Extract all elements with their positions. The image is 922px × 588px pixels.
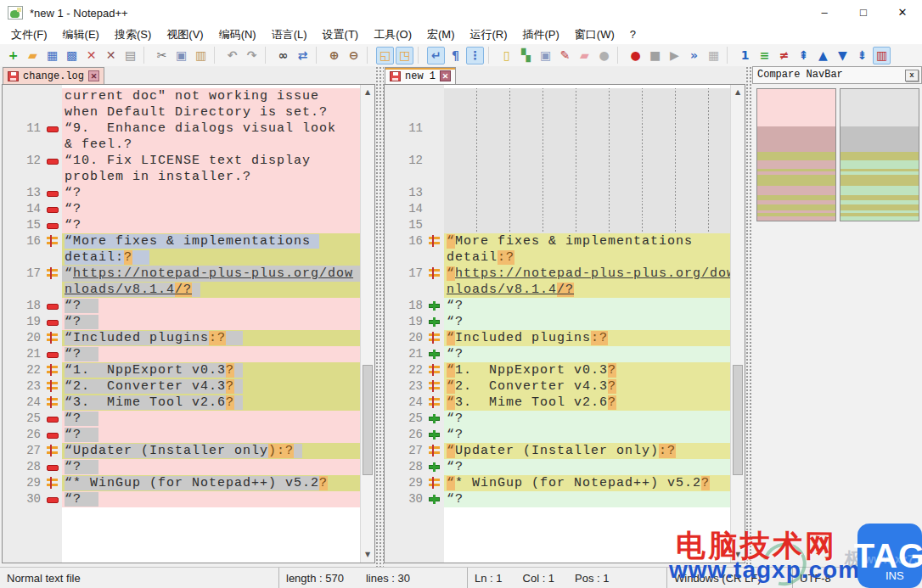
menu-item-6[interactable]: 设置(T) bbox=[315, 25, 367, 44]
code-text[interactable]: “? bbox=[444, 346, 730, 362]
save-all-icon[interactable]: ▩ bbox=[63, 47, 81, 64]
sync-vertical-scroll-icon[interactable]: ◱ bbox=[376, 47, 394, 64]
folder-as-workspace-icon[interactable]: ▰ bbox=[576, 47, 593, 64]
indent-guide-icon[interactable]: ⋮ bbox=[466, 47, 484, 64]
scrollbar-thumb[interactable] bbox=[363, 365, 373, 475]
code-text[interactable]: nloads/v8.1.4/? bbox=[444, 282, 730, 298]
left-editor-body[interactable]: current doc" not working issuewhen Defau… bbox=[2, 84, 375, 563]
code-text[interactable]: “? bbox=[62, 314, 360, 330]
code-text[interactable]: current doc" not working issue bbox=[62, 88, 360, 104]
code-text[interactable]: “1. NppExport v0.3? bbox=[444, 362, 730, 378]
menu-item-0[interactable]: 文件(F) bbox=[3, 25, 55, 44]
nav-next-diff-icon[interactable]: ▼ bbox=[834, 47, 852, 64]
copy-icon[interactable]: ▣ bbox=[172, 47, 190, 64]
menu-item-9[interactable]: 运行(R) bbox=[462, 25, 514, 44]
code-text[interactable]: “Included plugins:? bbox=[444, 330, 730, 346]
minimize-button[interactable]: – bbox=[805, 0, 844, 25]
tab-close-icon[interactable]: ✕ bbox=[88, 70, 99, 81]
code-text[interactable]: “9. Enhance dialogs visual look bbox=[62, 120, 360, 137]
dock-splitter[interactable] bbox=[745, 66, 752, 567]
tab-change-log[interactable]: change.log ✕ bbox=[3, 67, 104, 84]
menu-item-7[interactable]: 工具(O) bbox=[366, 25, 419, 44]
replace-icon[interactable]: ⇄ bbox=[294, 47, 312, 64]
compare-navbar-header[interactable]: Compare NavBar x bbox=[752, 66, 922, 84]
code-text[interactable]: “* WinGup (for Notepad++) v5.2? bbox=[444, 475, 730, 491]
code-text[interactable] bbox=[444, 88, 730, 104]
compare-icon[interactable]: ≡ bbox=[756, 47, 773, 64]
menu-item-5[interactable]: 语言(L) bbox=[264, 25, 315, 44]
code-text[interactable]: “? bbox=[62, 298, 360, 314]
compare-clear-icon[interactable]: ≠ bbox=[775, 47, 793, 64]
macro-play-icon[interactable]: ▶ bbox=[666, 47, 683, 64]
code-text[interactable] bbox=[444, 185, 730, 201]
new-file-icon[interactable]: + bbox=[4, 47, 22, 64]
macro-save-icon[interactable]: ▦ bbox=[705, 47, 722, 64]
nav-prev-diff-icon[interactable]: ▲ bbox=[814, 47, 832, 64]
code-text[interactable]: “? bbox=[444, 459, 730, 475]
compare-set-first-icon[interactable]: 1 bbox=[736, 47, 754, 64]
code-text[interactable]: “? bbox=[62, 491, 360, 507]
minimap-right-document[interactable] bbox=[840, 88, 919, 221]
code-text[interactable]: “? bbox=[444, 411, 730, 427]
save-icon[interactable]: ▦ bbox=[43, 47, 61, 64]
code-text[interactable]: “Updater (Installer only):? bbox=[444, 443, 730, 459]
menu-item-8[interactable]: 宏(M) bbox=[419, 25, 463, 44]
compare-navbar-toggle-icon[interactable]: ▥ bbox=[873, 47, 891, 64]
close-button[interactable]: ✕ bbox=[883, 0, 922, 25]
find-icon[interactable]: ∞ bbox=[274, 47, 292, 64]
code-text[interactable]: “https://notepad-plus-plus.org/dow bbox=[62, 266, 360, 282]
code-text[interactable]: “? bbox=[444, 491, 730, 507]
edit-pencil-icon[interactable]: ✎ bbox=[556, 47, 574, 64]
menu-item-12[interactable]: ? bbox=[622, 25, 644, 44]
macro-stop-icon[interactable]: ■ bbox=[646, 47, 664, 64]
zoom-out-icon[interactable]: ⊖ bbox=[345, 47, 363, 64]
code-text[interactable]: “? bbox=[62, 427, 360, 443]
menu-item-4[interactable]: 编码(N) bbox=[211, 25, 264, 44]
code-text[interactable]: detail:? bbox=[62, 249, 360, 266]
menu-item-3[interactable]: 视图(V) bbox=[159, 25, 211, 44]
code-text[interactable]: “2. Converter v4.3? bbox=[444, 378, 730, 395]
paste-icon[interactable]: ▥ bbox=[192, 47, 210, 64]
code-text[interactable]: “? bbox=[444, 298, 730, 314]
code-text[interactable] bbox=[444, 153, 730, 169]
left-vertical-scrollbar[interactable]: ▲ ▼ bbox=[360, 85, 374, 563]
maximize-button[interactable]: □ bbox=[844, 0, 883, 25]
menu-item-11[interactable]: 窗口(W) bbox=[567, 25, 622, 44]
scroll-up-icon[interactable]: ▲ bbox=[361, 86, 374, 99]
close-document-icon[interactable]: ✕ bbox=[82, 47, 100, 64]
menu-item-10[interactable]: 插件(P) bbox=[515, 25, 567, 44]
minimap-left-document[interactable] bbox=[756, 88, 836, 221]
code-text[interactable]: “? bbox=[62, 411, 360, 427]
code-text[interactable]: detail:? bbox=[444, 249, 730, 266]
function-list-icon[interactable]: ▚ bbox=[517, 47, 535, 64]
code-text[interactable]: “3. Mime Tool v2.6? bbox=[62, 395, 360, 411]
code-text[interactable]: “Included plugins:? bbox=[62, 330, 360, 346]
code-text[interactable] bbox=[444, 120, 730, 137]
code-text[interactable] bbox=[444, 104, 730, 120]
menu-item-1[interactable]: 编辑(E) bbox=[55, 25, 107, 44]
right-vertical-scrollbar[interactable]: ▲ ▼ bbox=[730, 85, 745, 563]
pane-splitter[interactable] bbox=[375, 66, 384, 567]
code-text[interactable]: nloads/v8.1.4/? bbox=[62, 282, 360, 298]
code-text[interactable]: “Updater (Installer only):? bbox=[62, 443, 360, 459]
scroll-up-icon[interactable]: ▲ bbox=[731, 86, 745, 99]
close-all-documents-icon[interactable]: ✕ bbox=[102, 47, 120, 64]
code-text[interactable] bbox=[444, 201, 730, 217]
code-text[interactable]: “? bbox=[62, 201, 360, 217]
show-all-characters-icon[interactable]: ¶ bbox=[447, 47, 464, 64]
code-text[interactable]: “https://notepad-plus-plus.org/dow bbox=[444, 266, 730, 282]
code-text[interactable]: problem in installer.? bbox=[62, 169, 360, 185]
menu-item-2[interactable]: 搜索(S) bbox=[107, 25, 159, 44]
code-text[interactable] bbox=[444, 137, 730, 153]
code-text[interactable] bbox=[444, 169, 730, 185]
undo-icon[interactable]: ↶ bbox=[223, 47, 241, 64]
nav-last-diff-icon[interactable]: ⇟ bbox=[853, 47, 871, 64]
tab-close-icon[interactable]: ✕ bbox=[440, 70, 451, 81]
sync-horizontal-scroll-icon[interactable]: ◳ bbox=[396, 47, 413, 64]
word-wrap-icon[interactable]: ↵ bbox=[427, 47, 445, 64]
zoom-in-icon[interactable]: ⊕ bbox=[325, 47, 343, 64]
code-text[interactable]: “10. Fix LICENSE text display bbox=[62, 153, 360, 169]
open-folder-icon[interactable]: ▰ bbox=[24, 47, 42, 64]
scroll-down-icon[interactable]: ▼ bbox=[361, 548, 374, 562]
macro-record-icon[interactable]: ● bbox=[627, 47, 644, 64]
